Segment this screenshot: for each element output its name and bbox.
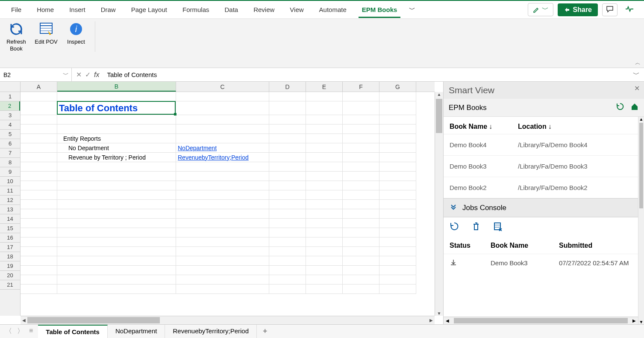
cell-D7[interactable] [269, 153, 306, 162]
sheet-tab[interactable]: RevenuebyTerritory;Period [165, 325, 257, 338]
cell-D10[interactable] [269, 181, 306, 190]
book-row[interactable]: Demo Book3/Library/Fa/Demo Book3 [444, 155, 638, 177]
activity-button[interactable] [622, 4, 637, 16]
cell-E12[interactable] [306, 200, 343, 209]
refresh-book-button[interactable]: Refresh Book [4, 21, 28, 52]
row-header-12[interactable]: 12 [0, 196, 20, 205]
cell-B20[interactable] [57, 275, 176, 285]
cell-D19[interactable] [269, 266, 306, 275]
cell-B6[interactable]: No Department [57, 143, 176, 153]
cell-F1[interactable] [343, 92, 379, 101]
panel-horizontal-scrollbar[interactable]: ◀ ▶ [444, 317, 638, 324]
cell-B13[interactable] [57, 209, 176, 219]
column-header-E[interactable]: E [306, 82, 343, 92]
share-button[interactable]: Share [558, 3, 598, 16]
cell-F12[interactable] [343, 200, 379, 209]
cell-F19[interactable] [343, 266, 379, 275]
cell-E17[interactable] [306, 247, 343, 256]
cell-F10[interactable] [343, 181, 379, 190]
cell-F17[interactable] [343, 247, 379, 256]
tab-epm-books[interactable]: EPM Books [354, 2, 405, 18]
formula-input[interactable] [103, 71, 629, 78]
cell-A16[interactable] [21, 237, 57, 247]
cell-B3[interactable] [57, 115, 176, 125]
edit-mode-button[interactable]: ﹀ [528, 3, 553, 16]
cell-B11[interactable] [57, 190, 176, 200]
cell-A8[interactable] [21, 162, 57, 172]
cell-E18[interactable] [306, 256, 343, 266]
cell-G16[interactable] [379, 237, 416, 247]
cell-D20[interactable] [269, 275, 306, 285]
comments-button[interactable] [602, 3, 618, 16]
cell-E21[interactable] [306, 285, 343, 294]
scroll-right-arrow[interactable]: ▶ [630, 317, 638, 324]
location-header[interactable]: Location ↓ [518, 123, 632, 130]
cell-F8[interactable] [343, 162, 379, 172]
collapse-jobs-icon[interactable] [450, 203, 457, 213]
scroll-up-arrow[interactable]: ▲ [435, 92, 443, 97]
job-status[interactable] [450, 258, 491, 267]
row-header-15[interactable]: 15 [0, 224, 20, 233]
cells-area[interactable]: Table of ContentsEntity ReportsNo Depart… [21, 92, 435, 316]
cell-A17[interactable] [21, 247, 57, 256]
cell-C7[interactable]: RevenuebyTerritory;Period [176, 153, 269, 162]
cell-F4[interactable] [343, 125, 379, 134]
edit-pov-button[interactable]: Edit POV [34, 21, 58, 45]
cell-C9[interactable] [176, 172, 269, 181]
cell-D15[interactable] [269, 228, 306, 237]
fx-icon[interactable]: fx [94, 71, 99, 79]
add-sheet-button[interactable]: + [257, 327, 273, 336]
name-box[interactable]: B2 ﹀ [0, 68, 72, 81]
clear-jobs-button[interactable] [493, 222, 503, 233]
row-header-2[interactable]: 2 [0, 101, 20, 111]
cell-E5[interactable] [306, 134, 343, 143]
cell-D4[interactable] [269, 125, 306, 134]
book-row[interactable]: Demo Book4/Library/Fa/Demo Book4 [444, 134, 638, 155]
jobs-console-header[interactable]: Jobs Console [444, 198, 638, 217]
cell-A15[interactable] [21, 228, 57, 237]
scroll-down-arrow[interactable]: ▼ [638, 320, 644, 324]
cell-E4[interactable] [306, 125, 343, 134]
cell-D6[interactable] [269, 143, 306, 153]
sheet-next-button[interactable]: 〉 [17, 327, 24, 336]
cell-D16[interactable] [269, 237, 306, 247]
cell-A19[interactable] [21, 266, 57, 275]
cell-E7[interactable] [306, 153, 343, 162]
cell-C2[interactable] [176, 101, 269, 115]
expand-formula-bar[interactable]: ﹀ [629, 70, 644, 79]
jobs-submitted-header[interactable]: Submitted [559, 242, 632, 249]
cell-A12[interactable] [21, 200, 57, 209]
jobs-status-header[interactable]: Status [450, 242, 491, 249]
sheet-prev-button[interactable]: 〈 [5, 327, 12, 336]
cell-G10[interactable] [379, 181, 416, 190]
cell-F2[interactable] [343, 101, 379, 115]
row-header-5[interactable]: 5 [0, 130, 20, 139]
cell-G21[interactable] [379, 285, 416, 294]
cell-F13[interactable] [343, 209, 379, 219]
cell-G3[interactable] [379, 115, 416, 125]
cell-C15[interactable] [176, 228, 269, 237]
tab-home[interactable]: Home [29, 2, 62, 18]
cell-G1[interactable] [379, 92, 416, 101]
tab-draw[interactable]: Draw [93, 2, 124, 18]
book-name-header[interactable]: Book Name ↓ [450, 123, 518, 130]
column-header-B[interactable]: B [57, 82, 176, 92]
accept-formula-button[interactable]: ✓ [85, 71, 91, 79]
cell-G20[interactable] [379, 275, 416, 285]
cell-E20[interactable] [306, 275, 343, 285]
panel-vertical-scrollbar[interactable]: ▲ ▼ [638, 117, 644, 324]
cell-F20[interactable] [343, 275, 379, 285]
cell-A4[interactable] [21, 125, 57, 134]
cell-C4[interactable] [176, 125, 269, 134]
cell-A20[interactable] [21, 275, 57, 285]
refresh-jobs-button[interactable] [450, 222, 459, 233]
row-header-16[interactable]: 16 [0, 233, 20, 243]
cell-G4[interactable] [379, 125, 416, 134]
cell-F16[interactable] [343, 237, 379, 247]
cell-E11[interactable] [306, 190, 343, 200]
cell-C20[interactable] [176, 275, 269, 285]
cell-E8[interactable] [306, 162, 343, 172]
tab-formulas[interactable]: Formulas [175, 2, 217, 18]
column-header-G[interactable]: G [379, 82, 416, 92]
scroll-right-arrow[interactable]: ▶ [428, 316, 435, 324]
